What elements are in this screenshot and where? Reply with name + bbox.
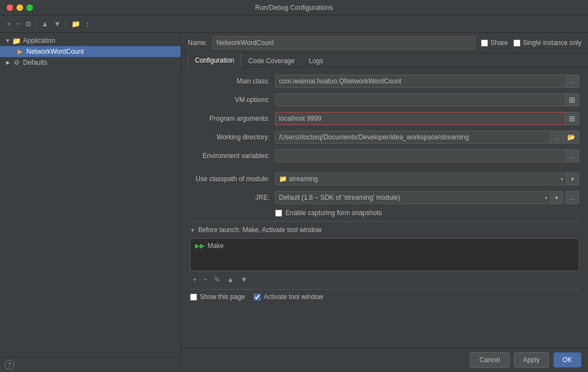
cancel-button[interactable]: Cancel bbox=[470, 352, 509, 368]
launch-add-button[interactable]: + bbox=[190, 274, 200, 285]
env-vars-browse-button[interactable]: … bbox=[566, 149, 579, 162]
env-vars-input-group: … bbox=[275, 149, 579, 162]
title-bar: Run/Debug Configurations bbox=[0, 0, 588, 15]
launch-down-button[interactable]: ▼ bbox=[238, 274, 250, 285]
move-up-button[interactable]: ▲ bbox=[39, 18, 51, 30]
main-class-row: Main class: … bbox=[190, 74, 579, 88]
tab-logs[interactable]: Logs bbox=[301, 54, 330, 67]
vm-options-row: VM options: ⊞ bbox=[190, 93, 579, 107]
tabs-bar: Configuration Code Coverage Logs bbox=[181, 53, 588, 67]
jre-dropdown-btn[interactable]: ▾ bbox=[551, 191, 563, 204]
working-dir-input-group: … 📂 bbox=[275, 131, 579, 144]
sort-button[interactable]: ↕ bbox=[83, 18, 92, 30]
working-dir-input[interactable] bbox=[275, 131, 551, 144]
show-page-checkbox[interactable] bbox=[190, 294, 197, 301]
name-input[interactable] bbox=[212, 36, 475, 49]
launch-item-make-label: Make bbox=[208, 242, 223, 250]
enable-snapshots-row: Enable capturing form snapshots bbox=[275, 209, 579, 217]
bottom-bar-left: ? bbox=[0, 357, 181, 372]
jre-select[interactable]: Default (1.8 – SDK of 'streaming' module… bbox=[275, 191, 551, 204]
remove-config-button[interactable]: − bbox=[14, 18, 23, 30]
share-checkbox[interactable] bbox=[481, 40, 488, 47]
launch-remove-button[interactable]: − bbox=[201, 274, 211, 285]
single-instance-label: Single instance only bbox=[523, 39, 581, 47]
activate-window-checkbox[interactable] bbox=[254, 294, 261, 301]
jre-browse-button[interactable]: … bbox=[565, 191, 579, 204]
jre-select-group: Default (1.8 – SDK of 'streaming' module… bbox=[275, 191, 579, 204]
launch-toolbar: + − ✎ ▲ ▼ bbox=[190, 274, 579, 285]
tab-configuration[interactable]: Configuration bbox=[188, 53, 241, 67]
single-instance-checkbox[interactable] bbox=[513, 40, 520, 47]
jre-row: JRE: Default (1.8 – SDK of 'streaming' m… bbox=[190, 190, 579, 205]
jre-label: JRE: bbox=[190, 194, 275, 201]
folder-button[interactable]: 📁 bbox=[69, 18, 82, 30]
minimize-button[interactable] bbox=[16, 4, 23, 11]
tree-item-application[interactable]: ▼ 📁 Application bbox=[0, 35, 181, 46]
toolbar-separator-2 bbox=[66, 19, 66, 29]
folder-icon: 📁 bbox=[12, 36, 21, 45]
launch-up-button[interactable]: ▲ bbox=[224, 274, 237, 285]
program-args-expand-button[interactable]: ⊞ bbox=[565, 112, 579, 125]
program-args-input[interactable] bbox=[275, 112, 565, 125]
help-button[interactable]: ? bbox=[4, 360, 14, 370]
vm-options-input[interactable] bbox=[275, 93, 565, 106]
vm-options-label: VM options: bbox=[190, 96, 275, 104]
add-config-button[interactable]: + bbox=[4, 18, 13, 30]
tree-arrow-application: ▼ bbox=[4, 37, 11, 44]
launch-list: ▶▶ Make bbox=[190, 238, 579, 271]
classpath-select-wrapper: 📁 streaming ▾ bbox=[275, 172, 567, 185]
program-args-label: Program arguments: bbox=[190, 115, 275, 122]
apply-button[interactable]: Apply bbox=[514, 352, 549, 368]
window-controls[interactable] bbox=[7, 4, 33, 11]
env-vars-row: Environment variables: … bbox=[190, 149, 579, 163]
spacer-1 bbox=[190, 167, 579, 172]
close-button[interactable] bbox=[7, 4, 13, 11]
show-page-area: Show this page bbox=[190, 293, 245, 301]
config-tree: ▼ 📁 Application ▶ NetworkWordCount ▶ ⚙ D… bbox=[0, 33, 181, 357]
tree-item-networkwordcount[interactable]: ▶ NetworkWordCount bbox=[0, 46, 181, 57]
tab-code-coverage[interactable]: Code Coverage bbox=[241, 54, 301, 67]
move-down-button[interactable]: ▼ bbox=[52, 18, 63, 30]
name-label: Name: bbox=[188, 39, 207, 47]
toolbar-separator-1 bbox=[36, 19, 36, 29]
ok-button[interactable]: OK bbox=[553, 352, 581, 368]
before-launch-title: Before launch: Make, Activate tool windo… bbox=[198, 226, 322, 234]
classpath-dropdown-btn[interactable]: ▾ bbox=[567, 172, 579, 185]
working-dir-open-button[interactable]: 📂 bbox=[564, 131, 579, 144]
enable-snapshots-label: Enable capturing form snapshots bbox=[285, 209, 382, 217]
run-config-icon: ▶ bbox=[15, 47, 24, 56]
tree-label-networkwordcount: NetworkWordCount bbox=[26, 48, 83, 55]
bottom-checkboxes: Show this page Activate tool window bbox=[190, 289, 579, 304]
share-label: Share bbox=[490, 39, 508, 47]
window-title: Run/Debug Configurations bbox=[255, 4, 333, 12]
main-class-input[interactable] bbox=[275, 75, 566, 88]
enable-snapshots-checkbox[interactable] bbox=[275, 210, 282, 217]
activate-window-label: Activate tool window bbox=[264, 293, 323, 301]
main-class-input-group: … bbox=[275, 75, 579, 88]
maximize-button[interactable] bbox=[26, 4, 33, 11]
jre-select-wrapper: Default (1.8 – SDK of 'streaming' module… bbox=[275, 191, 551, 204]
env-vars-label: Environment variables: bbox=[190, 152, 275, 160]
classpath-select[interactable]: 📁 streaming bbox=[275, 172, 567, 185]
before-launch-section: ▼ Before launch: Make, Activate tool win… bbox=[190, 221, 579, 304]
classpath-row: Use classpath of module: 📁 streaming ▾ ▾ bbox=[190, 172, 579, 186]
tree-item-defaults[interactable]: ▶ ⚙ Defaults bbox=[0, 57, 181, 68]
launch-edit-button[interactable]: ✎ bbox=[211, 274, 223, 285]
working-dir-label: Working directory: bbox=[190, 133, 275, 141]
launch-item-make: ▶▶ Make bbox=[193, 241, 576, 251]
make-icon: ▶▶ bbox=[195, 242, 205, 250]
main-class-browse-button[interactable]: … bbox=[566, 75, 579, 88]
footer: Cancel Apply OK bbox=[181, 347, 588, 372]
tree-label-application: Application bbox=[23, 37, 55, 44]
vm-options-expand-button[interactable]: ⊞ bbox=[565, 93, 579, 106]
tree-arrow-defaults: ▶ bbox=[4, 59, 11, 66]
name-bar: Name: Share Single instance only bbox=[181, 33, 588, 53]
right-panel: Name: Share Single instance only Configu… bbox=[181, 33, 588, 372]
env-vars-input[interactable] bbox=[275, 149, 566, 162]
working-dir-browse-button[interactable]: … bbox=[551, 131, 564, 144]
before-launch-header[interactable]: ▼ Before launch: Make, Activate tool win… bbox=[190, 226, 579, 234]
activate-window-area: Activate tool window bbox=[254, 293, 323, 301]
copy-config-button[interactable]: ⧉ bbox=[24, 18, 33, 30]
defaults-icon: ⚙ bbox=[12, 58, 21, 67]
vm-options-input-group: ⊞ bbox=[275, 93, 579, 106]
